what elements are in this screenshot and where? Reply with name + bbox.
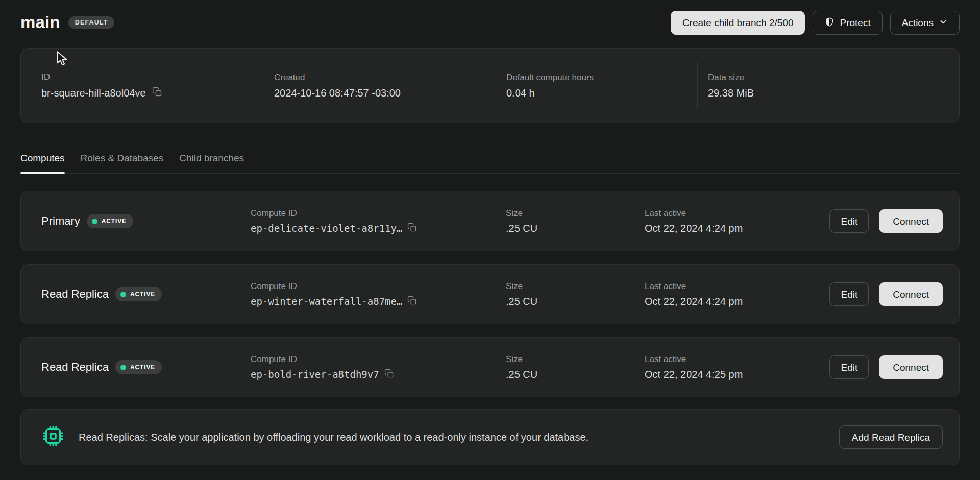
page-title: main [20,13,60,32]
compute-id-label: Compute ID [251,281,506,292]
status-label: ACTIVE [130,364,155,371]
size-label: Size [506,281,645,292]
compute-id-label: Compute ID [251,208,506,219]
meta-data-size: Data size 29.38 MiB [697,62,939,109]
copy-icon[interactable] [152,87,162,100]
create-child-branch-button[interactable]: Create child branch 2/500 [671,11,805,35]
meta-created-value: 2024-10-16 08:47:57 -03:00 [274,87,494,99]
status-label: ACTIVE [130,291,155,298]
compute-name: Primary [41,214,80,228]
copy-icon[interactable] [407,223,417,234]
actions-label: Actions [902,18,934,28]
meta-compute-hours-label: Default compute hours [506,73,697,83]
status-dot-icon [92,219,97,224]
compute-row-read-replica-2: Read Replica ACTIVE Compute ID ep-bold-r… [20,337,960,397]
meta-created-label: Created [274,73,494,83]
last-active-value: Oct 22, 2024 4:25 pm [645,369,829,380]
size-value: .25 CU [506,369,645,380]
compute-id-label: Compute ID [251,354,506,365]
compute-id-value: ep-delicate-violet-a8r11y… [251,223,402,234]
status-dot-icon [120,365,126,370]
status-label: ACTIVE [102,218,127,225]
read-replica-banner: Read Replicas: Scale your application by… [20,409,960,465]
compute-id-value: ep-winter-waterfall-a87me… [251,296,402,307]
edit-button[interactable]: Edit [829,209,869,233]
connect-button[interactable]: Connect [879,355,943,379]
default-badge: DEFAULT [68,16,115,29]
protect-label: Protect [840,18,870,28]
compute-row-read-replica-1: Read Replica ACTIVE Compute ID ep-winter… [20,264,960,324]
copy-icon[interactable] [384,369,394,380]
tab-roles-databases[interactable]: Roles & Databases [81,153,164,173]
meta-data-size-label: Data size [708,73,939,83]
header-actions: Create child branch 2/500 Protect Action… [671,11,960,35]
size-value: .25 CU [506,223,645,234]
tab-child-branches[interactable]: Child branches [179,153,244,173]
last-active-label: Last active [645,208,829,219]
edit-button[interactable]: Edit [829,355,869,379]
status-badge: ACTIVE [115,360,162,374]
compute-name: Read Replica [41,287,109,301]
compute-row-primary: Primary ACTIVE Compute ID ep-delicate-vi… [20,191,960,251]
cpu-chip-icon [41,424,65,450]
meta-id-value: br-square-hill-a8ol04ve [41,87,146,99]
meta-created: Created 2024-10-16 08:47:57 -03:00 [261,62,494,109]
connect-button[interactable]: Connect [879,282,943,306]
add-read-replica-button[interactable]: Add Read Replica [839,425,943,449]
meta-id-label: ID [41,72,261,82]
branch-title-group: main DEFAULT [20,13,114,32]
copy-icon[interactable] [407,296,417,307]
meta-id: ID br-square-hill-a8ol04ve [41,62,261,109]
status-badge: ACTIVE [87,214,133,228]
size-label: Size [506,208,645,219]
compute-name: Read Replica [41,361,109,374]
last-active-label: Last active [645,354,829,365]
read-replica-description: Read Replicas: Scale your application by… [79,431,839,443]
protect-button[interactable]: Protect [813,11,882,35]
chevron-down-icon [939,17,948,28]
last-active-value: Oct 22, 2024 4:24 pm [645,296,829,307]
branch-meta-card: ID br-square-hill-a8ol04ve Created 2024-… [20,48,960,123]
tab-computes[interactable]: Computes [20,153,65,173]
meta-compute-hours-value: 0.04 h [506,87,697,99]
edit-button[interactable]: Edit [829,282,869,306]
meta-compute-hours: Default compute hours 0.04 h [494,62,697,109]
last-active-value: Oct 22, 2024 4:24 pm [645,223,829,234]
shield-icon [824,17,835,29]
computes-list: Primary ACTIVE Compute ID ep-delicate-vi… [20,191,960,465]
actions-button[interactable]: Actions [890,11,960,35]
compute-id-value: ep-bold-river-a8tdh9v7 [251,369,379,380]
size-label: Size [506,354,645,365]
connect-button[interactable]: Connect [879,209,943,233]
status-dot-icon [120,292,126,297]
meta-data-size-value: 29.38 MiB [708,87,939,99]
tab-bar: Computes Roles & Databases Child branche… [20,153,960,174]
last-active-label: Last active [645,281,829,292]
status-badge: ACTIVE [115,287,162,301]
size-value: .25 CU [506,296,645,307]
header: main DEFAULT Create child branch 2/500 P… [20,0,960,42]
